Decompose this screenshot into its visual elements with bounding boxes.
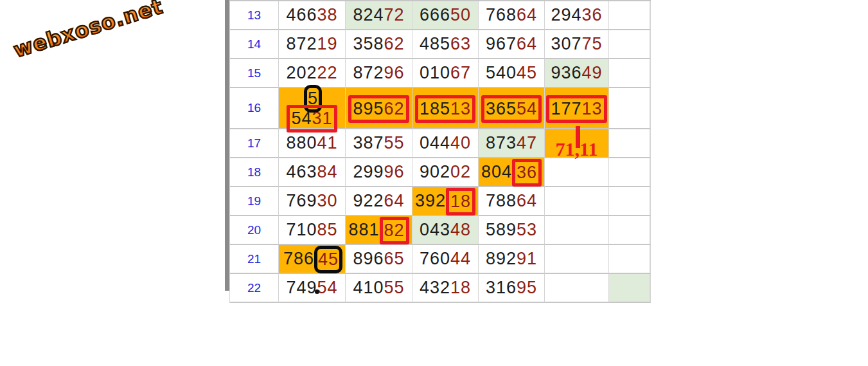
number-cell: 87219 [279,30,346,59]
black-box-annotation: 45 [314,246,342,273]
number-cell: 04348 [412,216,479,245]
digits-black: 873 [486,133,517,152]
digits-red: 36 [517,163,537,182]
digits-red: 13 [450,99,471,118]
number-cell: 87296 [346,59,412,88]
empty-cell [650,187,651,216]
digits-black: 967 [486,34,517,53]
digits-red: 85 [317,220,338,239]
digits-red: 95 [517,278,537,297]
number-cell: 74954 [279,274,346,303]
number-cell: 89291 [479,245,545,274]
digits-red: 62 [384,34,405,53]
digits-black: 804 [481,162,512,181]
digits-red: 75 [582,34,603,53]
red-box-annotation: 36 [512,159,542,187]
row-number: 22 [230,274,279,303]
results-table-body: 1346638824726665076864294361487219358624… [230,1,651,303]
digits-black: 307 [551,34,581,53]
digits-red: 44 [450,249,471,268]
digits-red: 62 [384,99,405,118]
digits-black: 788 [486,191,517,210]
digits-red: 64 [384,191,405,210]
empty-cell [609,216,650,245]
digits-red: 45 [318,250,339,269]
digits-black: 710 [286,220,317,239]
red-box-annotation: 82 [380,217,409,244]
site-logo-text: webxoso.net [10,0,165,62]
digits-black: 880 [286,133,317,152]
number-cell: 88041 [279,129,346,158]
connector-line [576,126,580,148]
number-cell: 80436 [479,158,545,187]
digits-black: 54 [291,109,312,128]
digits-black: 666 [420,5,450,24]
number-cell: 38755 [346,129,412,158]
empty-cell [545,158,609,187]
digits-black: 392 [415,191,446,210]
number-cell: 39218 [412,187,479,216]
red-box-annotation: 36554 [481,95,542,123]
number-cell: 90202 [412,158,479,187]
number-cell: 71085 [279,216,346,245]
digits-red: 45 [517,63,537,82]
empty-cell [545,187,609,216]
empty-cell [650,216,651,245]
number-cell: 58953 [479,216,545,245]
digits-black: 432 [420,278,450,297]
digits-red: 55 [384,278,405,297]
empty-cell [650,245,651,274]
digits-black: 895 [353,99,384,118]
digits-black: 202 [286,63,317,82]
digits-black: 589 [486,220,517,239]
digits-red: 53 [517,220,537,239]
digits-red: 02 [450,162,471,181]
digits-red: 49 [582,63,603,82]
empty-cell [609,59,650,88]
digits-black: 466 [286,5,317,24]
digits-red: 50 [450,5,471,24]
empty-cell [545,274,609,303]
row-number: 14 [230,30,279,59]
row-number: 13 [230,1,279,30]
digits-black: 043 [420,220,450,239]
table-row: 2071085881820434858953 [230,216,651,245]
number-cell: 46638 [279,1,346,30]
empty-cell [609,245,650,274]
number-cell: 29436 [545,1,609,30]
number-cell: 48563 [412,30,479,59]
row-number: 19 [230,187,279,216]
number-cell: 88182 [346,216,412,245]
digits-red: 47 [517,133,537,152]
table-row: 1976930922643921878864 [230,187,651,216]
site-logo: webxoso.net [5,1,153,75]
empty-cell [545,216,609,245]
digits-black: 896 [353,249,384,268]
digits-red: 55 [384,133,405,152]
digits-black: 387 [353,133,384,152]
table-row: 152022287296010675404593649 [230,59,651,88]
digits-red: 18 [450,278,471,297]
digits-black: 540 [486,63,517,82]
number-cell: 29996 [346,158,412,187]
digits-red: 65 [384,249,405,268]
digits-red: 91 [517,249,537,268]
digits-black: 872 [353,63,384,82]
digits-black: 881 [348,220,379,239]
number-cell: 89562 [346,88,412,129]
number-cell: 30775 [545,30,609,59]
left-border-bar [225,0,229,291]
red-box-annotation: 17713 [546,95,607,123]
number-cell: 01067 [412,59,479,88]
digits-red: 64 [517,191,537,210]
number-cell: 31695 [479,274,545,303]
empty-cell [650,274,651,303]
empty-cell [650,88,651,129]
empty-cell [609,187,650,216]
number-cell: 92264 [346,187,412,216]
number-cell: 82472 [346,1,412,30]
digits-black: 365 [486,99,517,118]
digits-black: 485 [420,34,450,53]
digits-red: 18 [450,192,471,211]
digits-red: 48 [450,220,471,239]
